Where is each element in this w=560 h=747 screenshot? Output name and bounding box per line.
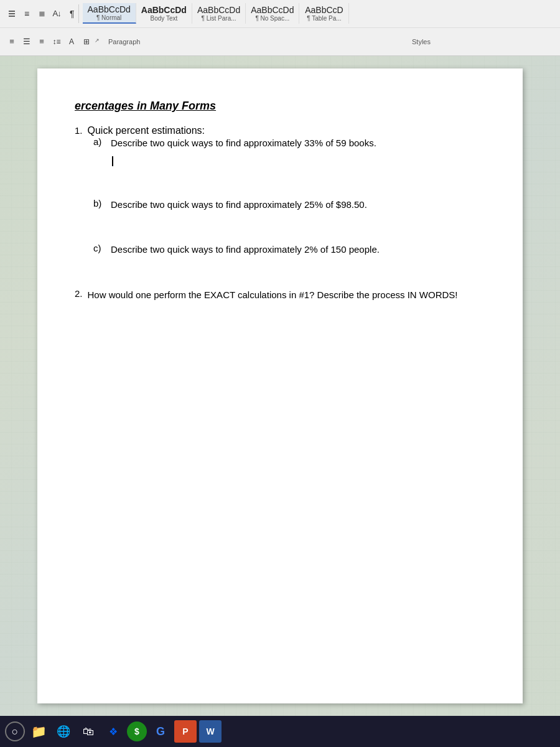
list-item-1-text: Quick percent estimations: xyxy=(88,125,205,136)
text-cursor xyxy=(112,156,113,166)
style-normal-preview: AaBbCcDd xyxy=(88,4,131,14)
align-center-icon[interactable]: ☰ xyxy=(20,35,34,49)
taskbar: ○ 📁 🌐 🛍 ❖ $ G P W xyxy=(0,716,560,747)
paragraph-format-icons: ≡ ≣ A↓ ¶ AaBbCcDd ¶ Normal AaBbCcDd Body… xyxy=(5,3,349,24)
sort-icon[interactable]: A↓ xyxy=(50,7,63,21)
style-table-pa-label: ¶ Table Pa... xyxy=(307,15,341,22)
sub-list-1: a) Describe two quick ways to find appro… xyxy=(75,136,485,257)
decrease-indent-icon[interactable] xyxy=(5,7,19,21)
style-table-pa-preview: AaBbCcD xyxy=(305,5,343,15)
paragraph-section-label: Paragraph xyxy=(108,38,140,45)
toolbar-top-row: ≡ ≣ A↓ ¶ AaBbCcDd ¶ Normal AaBbCcDd Body… xyxy=(0,0,560,28)
list-item-2-wrapper: 2. How would one perform the EXACT calcu… xyxy=(75,288,485,303)
alignment-icons: ≡ ☰ ≡ ↕≡ A ⊞ ↗ xyxy=(5,35,103,49)
style-no-spacing-label: ¶ No Spac... xyxy=(255,15,289,22)
styles-section: AaBbCcDd ¶ Normal AaBbCcDd Body Text AaB… xyxy=(83,3,350,24)
list-item-2-number: 2. xyxy=(75,288,83,299)
sub-item-b-text: Describe two quick ways to find approxim… xyxy=(111,198,367,212)
shading-icon[interactable]: A xyxy=(65,35,78,49)
style-no-spacing-preview: AaBbCcDd xyxy=(251,5,294,15)
style-normal-label: ¶ Normal xyxy=(96,14,121,21)
sub-item-a-label: a) xyxy=(93,136,106,147)
sub-item-c-wrapper: c) Describe two quick ways to find appro… xyxy=(93,243,485,257)
sub-item-c: c) Describe two quick ways to find appro… xyxy=(93,243,485,257)
style-list-para[interactable]: AaBbCcDd ¶ List Para... xyxy=(192,3,246,24)
document-list: 1. Quick percent estimations: a) Describ… xyxy=(75,125,485,302)
border-icon[interactable]: ⊞ xyxy=(80,35,93,49)
store-icon[interactable]: 🛍 xyxy=(77,720,100,743)
align-left-icon[interactable]: ≡ xyxy=(5,35,19,49)
style-body-text[interactable]: AaBbCcDd Body Text xyxy=(136,3,192,24)
list-bullet-icon[interactable]: ≡ xyxy=(20,7,34,21)
sub-item-a-text: Describe two quick ways to find approxim… xyxy=(111,136,376,151)
list-number-icon[interactable]: ≣ xyxy=(35,7,49,21)
sub-item-c-text: Describe two quick ways to find approxim… xyxy=(111,243,380,257)
separator-1 xyxy=(78,4,79,23)
powerpoint-icon[interactable]: P xyxy=(174,720,197,743)
sub-item-a: a) Describe two quick ways to find appro… xyxy=(93,136,485,167)
style-body-text-label: Body Text xyxy=(150,15,177,22)
app-dollar-icon[interactable]: $ xyxy=(127,721,147,741)
sub-item-b: b) Describe two quick ways to find appro… xyxy=(93,198,485,212)
style-table-pa[interactable]: AaBbCcD ¶ Table Pa... xyxy=(299,3,349,24)
sub-item-c-label: c) xyxy=(93,243,106,253)
cursor-area-a xyxy=(93,156,485,167)
google-icon[interactable]: G xyxy=(149,720,172,743)
list-item-1-number: 1. xyxy=(75,125,83,136)
line-spacing-icon[interactable]: ↕≡ xyxy=(50,35,63,49)
start-button[interactable]: ○ xyxy=(5,721,25,741)
file-explorer-icon[interactable]: 📁 xyxy=(27,720,50,743)
document-page[interactable]: ercentages in Many Forms 1. Quick percen… xyxy=(37,68,523,703)
style-body-text-preview: AaBbCcDd xyxy=(141,5,187,15)
list-item-2-text: How would one perform the EXACT calculat… xyxy=(88,288,458,303)
style-list-para-label: ¶ List Para... xyxy=(202,15,236,22)
show-formatting-icon[interactable]: ¶ xyxy=(70,9,75,19)
styles-section-label: Styles xyxy=(412,38,431,45)
list-item-1-wrapper: 1. Quick percent estimations: xyxy=(75,125,485,136)
toolbar-bottom-row: ≡ ☰ ≡ ↕≡ A ⊞ ↗ Paragraph Styles xyxy=(0,28,560,56)
edge-icon[interactable]: 🌐 xyxy=(52,720,75,743)
style-list-para-preview: AaBbCcDd xyxy=(197,5,240,15)
align-right-icon[interactable]: ≡ xyxy=(35,35,49,49)
list-item-2: 2. How would one perform the EXACT calcu… xyxy=(75,288,485,303)
sub-item-b-label: b) xyxy=(93,198,106,209)
dropbox-icon[interactable]: ❖ xyxy=(102,720,124,743)
sub-item-b-wrapper: b) Describe two quick ways to find appro… xyxy=(93,198,485,212)
document-area: ercentages in Many Forms 1. Quick percen… xyxy=(0,56,560,716)
document-title: ercentages in Many Forms xyxy=(75,100,485,113)
word-icon[interactable]: W xyxy=(199,720,222,743)
paragraph-expand-icon[interactable]: ↗ xyxy=(95,37,103,46)
toolbar: ≡ ≣ A↓ ¶ AaBbCcDd ¶ Normal AaBbCcDd Body… xyxy=(0,0,560,56)
style-normal[interactable]: AaBbCcDd ¶ Normal xyxy=(83,3,136,24)
sub-item-a-wrapper: a) Describe two quick ways to find appro… xyxy=(93,136,485,151)
style-no-spacing[interactable]: AaBbCcDd ¶ No Spac... xyxy=(246,3,299,24)
list-item-1: 1. Quick percent estimations: a) Describ… xyxy=(75,125,485,257)
